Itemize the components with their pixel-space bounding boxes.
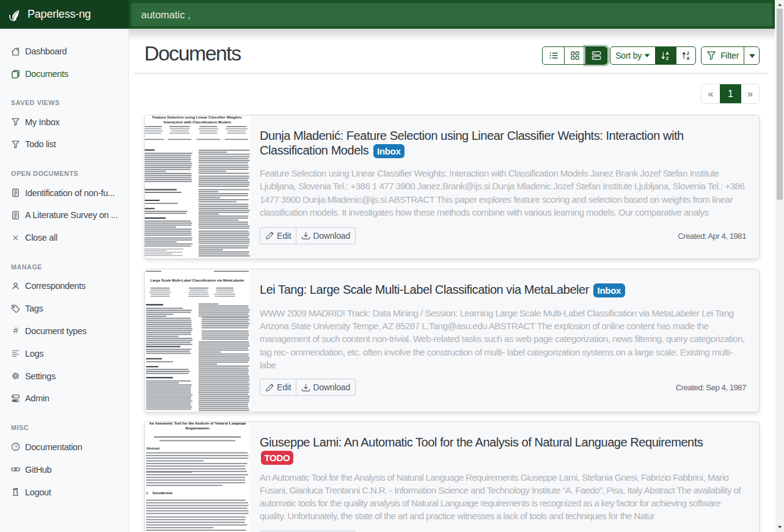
svg-text:Interaction with Classificatio: Interaction with Classification Models [164, 120, 232, 124]
svg-text:Abstract: Abstract [146, 446, 159, 450]
svg-text:Requirements: Requirements [185, 426, 210, 430]
svg-text:#: # [13, 326, 18, 335]
svg-text:An Automatic Tool for the Anal: An Automatic Tool for the Analysis of Na… [149, 422, 246, 425]
svg-text:A: A [686, 56, 690, 60]
svg-text:Large Scale Multi-Label Classi: Large Scale Multi-Label Classification v… [150, 279, 245, 282]
svg-text:Z: Z [666, 56, 669, 60]
svg-text:?: ? [14, 444, 17, 450]
svg-text:1. Introduction: 1. Introduction [146, 491, 173, 495]
svg-text:Feature Selection using Linear: Feature Selection using Linear Classifie… [152, 115, 242, 119]
